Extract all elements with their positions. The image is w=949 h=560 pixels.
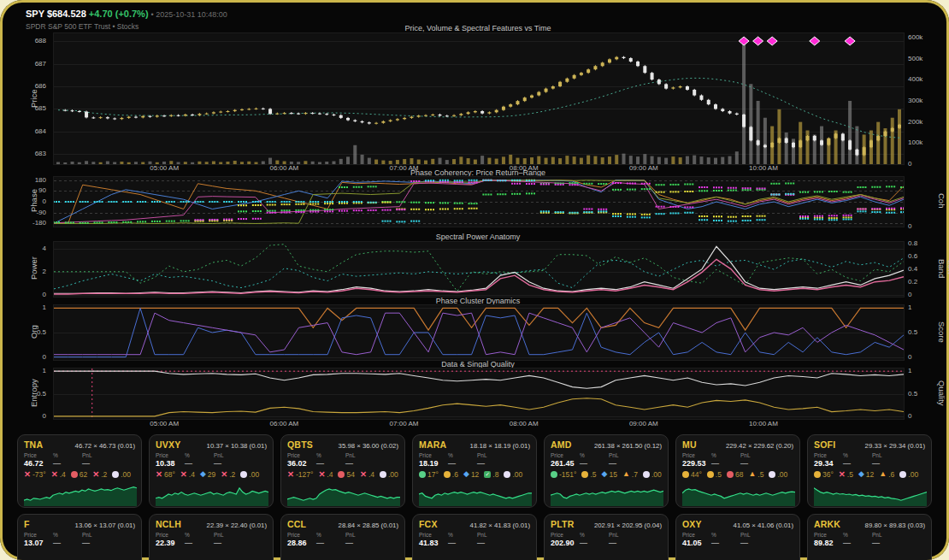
card-price: 22.39 [156, 539, 185, 547]
signal-icons-row: 44°.568▲.5.00 [682, 469, 793, 479]
ticker-card-pltr[interactable]: PLTR202.91 × 202.95 (0.04)Price%PnL202.9… [544, 514, 669, 560]
empty-value-dash: — [609, 539, 638, 547]
empty-value-dash: — [185, 459, 214, 468]
ticker-card-f[interactable]: F13.06 × 13.07 (0.01)Price%PnL13.07—— [17, 514, 142, 560]
icon-value: .4 [189, 470, 195, 479]
signal-icons-row [419, 549, 530, 558]
bid-ask-quote: 41.82 × 41.83 (0.01) [470, 522, 530, 529]
signal-icons-row [287, 549, 398, 558]
ticker-card-mu[interactable]: MU229.42 × 229.62 (0.20)Price%PnL229.53—… [675, 434, 800, 508]
icon-value: 62 [80, 470, 87, 479]
signal-icons-row: ✕68°✕.4◆29✕.2.00 [156, 469, 267, 479]
ticker-card-uvxy[interactable]: UVXY10.37 × 10.38 (0.01)Price%PnL10.38——… [149, 434, 274, 508]
quality-left-ticks: 00.51 [0, 368, 50, 418]
card-values: 229.53—— [682, 459, 793, 468]
card-price: 261.45 [551, 459, 580, 468]
red-dot-icon [71, 471, 78, 478]
lav-dot-icon [112, 471, 119, 478]
signal-quality-chart[interactable] [53, 368, 905, 420]
empty-value-dash: — [185, 539, 214, 547]
gem-icon: ◆ [463, 470, 469, 478]
x-icon: ✕ [51, 470, 58, 478]
red-dot-icon [338, 471, 345, 478]
icon-value: .00 [121, 470, 131, 479]
bid-ask-quote: 13.06 × 13.07 (0.01) [75, 522, 135, 529]
lav-dot-icon [643, 471, 650, 478]
empty-value-dash: — [740, 459, 769, 468]
yellow-dot-icon [707, 471, 714, 478]
price-volume-chart[interactable] [53, 32, 905, 165]
sparkline-chart [24, 480, 137, 506]
bid-ask-quote: 89.80 × 89.83 (0.03) [865, 522, 925, 529]
icon-value: .4 [60, 470, 66, 479]
x-tick: 10:00 AM [749, 164, 778, 172]
card-values: 46.72—— [24, 459, 135, 468]
card-symbol: TNA [24, 439, 43, 450]
x-tick: 10:00 AM [749, 420, 778, 427]
x-tick: 09:00 AM [629, 164, 658, 172]
ticker-card-ccl[interactable]: CCL28.84 × 28.85 (0.01)Price%PnL28.86—— [280, 514, 405, 560]
price-right-ticks: 0100k200k300k400k500k600k [905, 32, 940, 163]
quality-x-axis-ticks: 05:00 AM06:00 AM07:00 AM08:00 AM09:00 AM… [53, 420, 903, 430]
signal-icons-row: ✕-73°✕.462✕.2.00 [24, 469, 135, 479]
x-icon: ✕ [360, 470, 367, 478]
card-values: 28.86—— [287, 539, 398, 547]
ticker-card-amd[interactable]: AMD261.38 × 261.50 (0.12)Price%PnL261.45… [544, 434, 669, 508]
phase-coherency-chart[interactable] [53, 176, 905, 227]
signal-icons-row: 17°.6◆12✓.8.00 [419, 469, 530, 479]
phase-cluster-chart[interactable] [53, 304, 905, 361]
ticker-card-tna[interactable]: TNA46.72 × 46.73 (0.01)Price%PnL46.72——✕… [17, 434, 142, 508]
quality-right-ticks: 00.51 [905, 368, 940, 418]
card-column-labels: Price%PnL [551, 532, 662, 538]
empty-value-dash: — [316, 539, 345, 547]
sparkline-chart [682, 480, 795, 506]
icon-value: 44° [691, 470, 702, 479]
x-tick: 06:00 AM [269, 420, 298, 427]
bid-ask-quote: 261.38 × 261.50 (0.12) [594, 442, 662, 450]
card-values: 18.19—— [419, 459, 530, 468]
ticker-card-nclh[interactable]: NCLH22.39 × 22.40 (0.01)Price%PnL22.39—— [149, 514, 274, 560]
icon-value: 29 [208, 470, 215, 479]
empty-value-dash: — [345, 459, 374, 468]
card-values: 261.45—— [551, 459, 662, 468]
card-values: 41.05—— [682, 539, 793, 547]
empty-value-dash: — [843, 539, 872, 547]
icon-value: .6 [888, 470, 894, 479]
card-column-labels: Price%PnL [156, 452, 267, 458]
signal-icons-row: ✕-127°✕.454✕.4.00 [287, 469, 398, 479]
signal-icons-row [682, 549, 793, 558]
card-symbol: SOFI [814, 439, 835, 450]
icon-value: .00 [908, 470, 918, 479]
bid-ask-quote: 202.91 × 202.95 (0.04) [594, 522, 662, 529]
signal-icons-row [814, 549, 925, 558]
card-column-labels: Price%PnL [814, 532, 925, 538]
ticker-card-fcx[interactable]: FCX41.82 × 41.83 (0.01)Price%PnL41.83—— [412, 514, 537, 560]
spectral-power-chart[interactable] [53, 241, 905, 298]
ticker-card-arkk[interactable]: ARKK89.80 × 89.83 (0.03)Price%PnL89.82—— [807, 514, 932, 560]
cluster-left-ticks: 00.51 [0, 304, 50, 359]
icon-value: .00 [512, 470, 522, 479]
lav-dot-icon [240, 471, 247, 478]
ticker-card-mara[interactable]: MARA18.18 × 18.19 (0.01)Price%PnL18.19——… [412, 434, 537, 508]
card-column-labels: Price%PnL [287, 452, 398, 458]
ticker-card-oxy[interactable]: OXY41.05 × 41.06 (0.01)Price%PnL41.05—— [675, 514, 800, 560]
quote-timestamp: • 2025-10-31 10:48:00 [151, 10, 227, 19]
empty-value-dash: — [711, 459, 740, 468]
price-change: +4.70 (+0.7%) [89, 9, 149, 19]
bid-ask-quote: 29.33 × 29.34 (0.01) [865, 442, 925, 450]
signal-icons-row: 36°✕.5◆12▲.6.00 [814, 469, 925, 479]
ticker-card-qbts[interactable]: QBTS35.98 × 36.00 (0.02)Price%PnL36.02——… [280, 434, 405, 508]
empty-value-dash: — [316, 459, 345, 468]
lav-dot-icon [504, 471, 510, 478]
bid-ask-quote: 22.39 × 22.40 (0.01) [207, 522, 267, 529]
card-column-labels: Price%PnL [24, 532, 135, 538]
empty-value-dash: — [53, 459, 82, 468]
card-price: 202.90 [551, 539, 580, 547]
yellow-dot-icon [581, 471, 588, 478]
card-symbol: MARA [419, 439, 446, 450]
ticker-card-sofi[interactable]: SOFI29.33 × 29.34 (0.01)Price%PnL29.34——… [807, 434, 932, 508]
card-values: 41.83—— [419, 539, 530, 547]
empty-value-dash: — [214, 539, 243, 547]
card-values: 36.02—— [287, 459, 398, 468]
card-price: 36.02 [287, 459, 316, 468]
